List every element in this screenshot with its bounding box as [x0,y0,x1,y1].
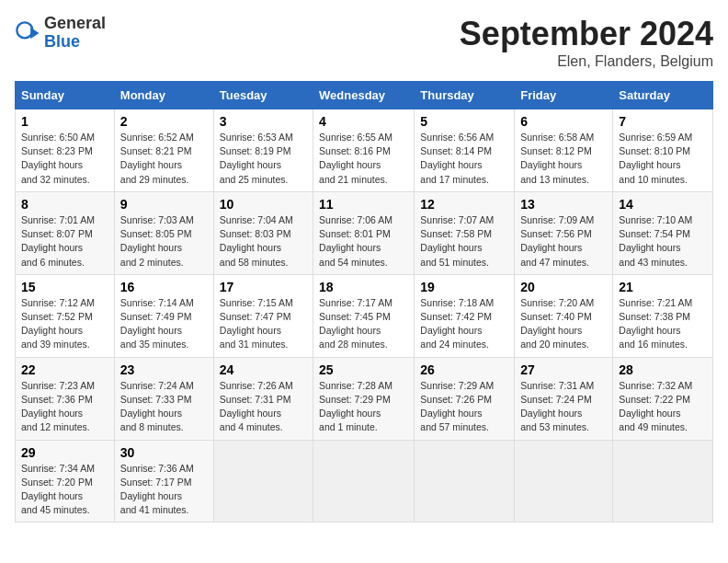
day-detail: Sunrise: 6:58 AMSunset: 8:12 PMDaylight … [520,132,594,185]
calendar-header-row: Sunday Monday Tuesday Wednesday Thursday… [16,82,713,109]
day-number: 26 [420,362,508,377]
day-detail: Sunrise: 6:59 AMSunset: 8:10 PMDaylight … [619,132,692,185]
day-detail: Sunrise: 7:03 AMSunset: 8:05 PMDaylight … [120,214,194,268]
logo: General Blue [15,15,106,52]
day-number: 19 [420,280,508,294]
day-number: 13 [520,197,607,212]
day-number: 15 [21,280,108,294]
day-number: 5 [420,114,508,129]
day-number: 3 [220,114,307,129]
calendar-cell [515,440,613,523]
day-number: 28 [619,362,707,377]
day-detail: Sunrise: 7:06 AMSunset: 8:01 PMDaylight … [319,214,392,268]
day-detail: Sunrise: 7:20 AMSunset: 7:40 PMDaylight … [520,297,594,350]
svg-point-0 [17,22,32,38]
calendar-week-row: 15Sunrise: 7:12 AMSunset: 7:52 PMDayligh… [16,274,713,357]
calendar-cell: 13Sunrise: 7:09 AMSunset: 7:56 PMDayligh… [515,191,613,274]
logo-blue-text: Blue [44,32,80,51]
title-block: September 2024 Elen, Flanders, Belgium [460,15,713,70]
day-number: 30 [120,445,208,460]
calendar-cell [213,440,313,523]
col-saturday: Saturday [613,82,713,109]
calendar-cell: 17Sunrise: 7:15 AMSunset: 7:47 PMDayligh… [213,274,313,357]
col-monday: Monday [114,82,213,109]
calendar-cell: 15Sunrise: 7:12 AMSunset: 7:52 PMDayligh… [16,274,115,357]
day-number: 25 [319,362,408,377]
day-detail: Sunrise: 7:04 AMSunset: 8:03 PMDaylight … [220,214,293,268]
day-number: 27 [520,362,607,377]
day-detail: Sunrise: 7:12 AMSunset: 7:52 PMDaylight … [21,297,95,350]
calendar-week-row: 1Sunrise: 6:50 AMSunset: 8:23 PMDaylight… [16,109,713,192]
calendar-cell: 16Sunrise: 7:14 AMSunset: 7:49 PMDayligh… [114,274,213,357]
day-number: 24 [220,362,307,377]
day-detail: Sunrise: 7:32 AMSunset: 7:22 PMDaylight … [619,380,692,433]
col-thursday: Thursday [415,82,515,109]
day-number: 29 [21,445,108,460]
month-title: September 2024 [460,15,713,53]
page-header: General Blue September 2024 Elen, Flande… [15,15,713,70]
day-detail: Sunrise: 7:24 AMSunset: 7:33 PMDaylight … [120,380,194,433]
calendar-cell: 29Sunrise: 7:34 AMSunset: 7:20 PMDayligh… [16,440,115,523]
day-number: 22 [21,362,108,377]
day-number: 2 [120,114,208,129]
calendar-cell [613,440,713,523]
day-number: 6 [520,114,607,129]
day-detail: Sunrise: 7:23 AMSunset: 7:36 PMDaylight … [21,380,95,433]
calendar-cell: 24Sunrise: 7:26 AMSunset: 7:31 PMDayligh… [213,357,313,440]
day-detail: Sunrise: 7:36 AMSunset: 7:17 PMDaylight … [120,463,194,516]
day-detail: Sunrise: 6:50 AMSunset: 8:23 PMDaylight … [21,132,95,185]
calendar-cell: 20Sunrise: 7:20 AMSunset: 7:40 PMDayligh… [515,274,613,357]
calendar-cell: 2Sunrise: 6:52 AMSunset: 8:21 PMDaylight… [114,109,213,192]
calendar-cell: 6Sunrise: 6:58 AMSunset: 8:12 PMDaylight… [515,109,613,192]
calendar-cell: 1Sunrise: 6:50 AMSunset: 8:23 PMDaylight… [16,109,115,192]
col-sunday: Sunday [16,82,115,109]
day-detail: Sunrise: 7:15 AMSunset: 7:47 PMDaylight … [220,297,293,350]
col-tuesday: Tuesday [213,82,313,109]
calendar-table: Sunday Monday Tuesday Wednesday Thursday… [15,81,713,523]
day-detail: Sunrise: 7:34 AMSunset: 7:20 PMDaylight … [21,463,95,516]
calendar-cell: 9Sunrise: 7:03 AMSunset: 8:05 PMDaylight… [114,191,213,274]
day-detail: Sunrise: 7:17 AMSunset: 7:45 PMDaylight … [319,297,392,350]
logo-general-text: General [44,14,106,32]
calendar-cell: 19Sunrise: 7:18 AMSunset: 7:42 PMDayligh… [415,274,515,357]
calendar-cell: 5Sunrise: 6:56 AMSunset: 8:14 PMDaylight… [415,109,515,192]
calendar-week-row: 22Sunrise: 7:23 AMSunset: 7:36 PMDayligh… [16,357,713,440]
calendar-cell: 3Sunrise: 6:53 AMSunset: 8:19 PMDaylight… [213,109,313,192]
svg-marker-1 [30,28,39,39]
calendar-cell: 28Sunrise: 7:32 AMSunset: 7:22 PMDayligh… [613,357,713,440]
calendar-cell: 10Sunrise: 7:04 AMSunset: 8:03 PMDayligh… [213,191,313,274]
calendar-cell: 11Sunrise: 7:06 AMSunset: 8:01 PMDayligh… [313,191,415,274]
day-number: 11 [319,197,408,212]
day-detail: Sunrise: 7:07 AMSunset: 7:58 PMDaylight … [420,214,494,268]
calendar-cell: 23Sunrise: 7:24 AMSunset: 7:33 PMDayligh… [114,357,213,440]
day-detail: Sunrise: 6:52 AMSunset: 8:21 PMDaylight … [120,132,194,185]
day-number: 12 [420,197,508,212]
day-detail: Sunrise: 7:31 AMSunset: 7:24 PMDaylight … [520,380,594,433]
calendar-cell: 4Sunrise: 6:55 AMSunset: 8:16 PMDaylight… [313,109,415,192]
day-detail: Sunrise: 7:26 AMSunset: 7:31 PMDaylight … [220,380,293,433]
day-number: 14 [619,197,707,212]
day-number: 21 [619,280,707,294]
calendar-cell: 12Sunrise: 7:07 AMSunset: 7:58 PMDayligh… [415,191,515,274]
col-friday: Friday [515,82,613,109]
day-number: 8 [21,197,108,212]
calendar-cell: 7Sunrise: 6:59 AMSunset: 8:10 PMDaylight… [613,109,713,192]
calendar-body: 1Sunrise: 6:50 AMSunset: 8:23 PMDaylight… [16,109,713,523]
day-number: 18 [319,280,408,294]
calendar-cell: 25Sunrise: 7:28 AMSunset: 7:29 PMDayligh… [313,357,415,440]
calendar-cell: 22Sunrise: 7:23 AMSunset: 7:36 PMDayligh… [16,357,115,440]
calendar-cell [415,440,515,523]
day-number: 9 [120,197,208,212]
calendar-week-row: 29Sunrise: 7:34 AMSunset: 7:20 PMDayligh… [16,440,713,523]
day-number: 17 [220,280,307,294]
day-detail: Sunrise: 7:28 AMSunset: 7:29 PMDaylight … [319,380,392,433]
calendar-cell [313,440,415,523]
day-detail: Sunrise: 7:21 AMSunset: 7:38 PMDaylight … [619,297,692,350]
day-number: 23 [120,362,208,377]
calendar-cell: 21Sunrise: 7:21 AMSunset: 7:38 PMDayligh… [613,274,713,357]
day-number: 10 [220,197,307,212]
day-detail: Sunrise: 6:56 AMSunset: 8:14 PMDaylight … [420,132,494,185]
calendar-cell: 27Sunrise: 7:31 AMSunset: 7:24 PMDayligh… [515,357,613,440]
day-detail: Sunrise: 7:09 AMSunset: 7:56 PMDaylight … [520,214,594,268]
day-detail: Sunrise: 7:01 AMSunset: 8:07 PMDaylight … [21,214,95,268]
